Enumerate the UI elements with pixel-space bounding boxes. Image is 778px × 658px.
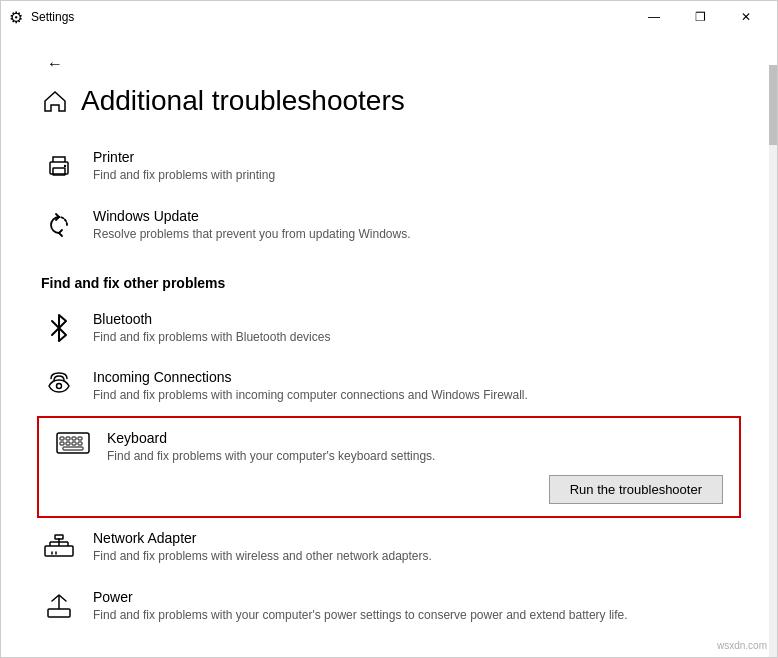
svg-rect-8	[78, 437, 82, 440]
network-adapter-icon	[41, 532, 77, 560]
keyboard-icon	[55, 432, 91, 454]
printer-icon	[41, 151, 77, 181]
list-item: Windows Update Resolve problems that pre…	[41, 196, 737, 255]
list-item: Network Adapter Find and fix problems wi…	[41, 518, 737, 577]
app-icon: ⚙	[9, 8, 23, 27]
other-items-list: Bluetooth Find and fix problems with Blu…	[41, 299, 737, 636]
svg-rect-23	[48, 609, 70, 617]
power-desc: Find and fix problems with your computer…	[93, 607, 737, 624]
incoming-connections-title: Incoming Connections	[93, 369, 737, 385]
keyboard-item-row: Keyboard Find and fix problems with your…	[55, 430, 723, 465]
section-header: Find and fix other problems	[41, 275, 737, 291]
network-adapter-text: Network Adapter Find and fix problems wi…	[93, 530, 737, 565]
watermark: wsxdn.com	[717, 640, 767, 651]
maximize-button[interactable]: ❐	[677, 1, 723, 33]
power-text: Power Find and fix problems with your co…	[93, 589, 737, 624]
svg-rect-20	[55, 535, 63, 539]
printer-text: Printer Find and fix problems with print…	[93, 149, 737, 184]
svg-rect-7	[72, 437, 76, 440]
network-adapter-desc: Find and fix problems with wireless and …	[93, 548, 737, 565]
windows-update-icon	[41, 210, 77, 240]
svg-rect-11	[72, 442, 76, 445]
windows-update-desc: Resolve problems that prevent you from u…	[93, 226, 737, 243]
list-item: Printer Find and fix problems with print…	[41, 137, 737, 196]
keyboard-title: Keyboard	[107, 430, 723, 446]
titlebar-left: ⚙ Settings	[9, 8, 74, 27]
keyboard-text: Keyboard Find and fix problems with your…	[107, 430, 723, 465]
network-adapter-title: Network Adapter	[93, 530, 737, 546]
list-item: Power Find and fix problems with your co…	[41, 577, 737, 636]
windows-update-text: Windows Update Resolve problems that pre…	[93, 208, 737, 243]
windows-update-title: Windows Update	[93, 208, 737, 224]
minimize-button[interactable]: —	[631, 1, 677, 33]
back-row: ←	[41, 53, 737, 75]
run-troubleshooter-button[interactable]: Run the troubleshooter	[549, 475, 723, 504]
back-button[interactable]: ←	[41, 53, 69, 75]
titlebar-title: Settings	[31, 10, 74, 24]
scrollbar-thumb[interactable]	[769, 65, 777, 145]
incoming-connections-text: Incoming Connections Find and fix proble…	[93, 369, 737, 404]
run-btn-row: Run the troubleshooter	[55, 475, 723, 504]
close-button[interactable]: ✕	[723, 1, 769, 33]
page-title: Additional troubleshooters	[41, 85, 737, 117]
printer-title: Printer	[93, 149, 737, 165]
svg-rect-5	[60, 437, 64, 440]
svg-point-3	[57, 384, 62, 389]
top-items-list: Printer Find and fix problems with print…	[41, 137, 737, 255]
printer-desc: Find and fix problems with printing	[93, 167, 737, 184]
home-icon	[41, 87, 69, 115]
power-title: Power	[93, 589, 737, 605]
titlebar-controls: — ❐ ✕	[631, 1, 769, 33]
keyboard-expanded-item: Keyboard Find and fix problems with your…	[37, 416, 741, 518]
bluetooth-text: Bluetooth Find and fix problems with Blu…	[93, 311, 737, 346]
svg-point-2	[64, 165, 66, 167]
bluetooth-title: Bluetooth	[93, 311, 737, 327]
incoming-connections-desc: Find and fix problems with incoming comp…	[93, 387, 737, 404]
keyboard-desc: Find and fix problems with your computer…	[107, 448, 723, 465]
main-content: ← Additional troubleshooters Printer	[1, 33, 777, 658]
svg-rect-13	[63, 447, 83, 450]
svg-rect-9	[60, 442, 64, 445]
svg-rect-6	[66, 437, 70, 440]
power-icon	[41, 591, 77, 621]
svg-rect-14	[45, 546, 73, 556]
list-item: Incoming Connections Find and fix proble…	[41, 357, 737, 416]
scrollbar-track	[769, 65, 777, 658]
svg-rect-10	[66, 442, 70, 445]
bluetooth-desc: Find and fix problems with Bluetooth dev…	[93, 329, 737, 346]
titlebar: ⚙ Settings — ❐ ✕	[1, 1, 777, 33]
bluetooth-icon	[41, 313, 77, 343]
list-item: Bluetooth Find and fix problems with Blu…	[41, 299, 737, 358]
svg-rect-12	[78, 442, 82, 445]
incoming-connections-icon	[41, 371, 77, 401]
